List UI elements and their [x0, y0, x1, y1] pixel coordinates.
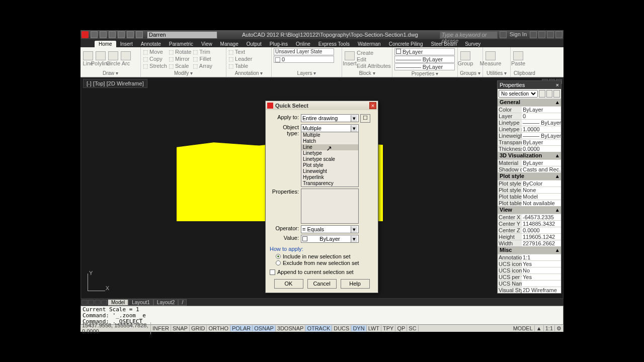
cancel-button[interactable]: Cancel: [307, 279, 337, 289]
layout-tab-model[interactable]: Model: [108, 299, 128, 306]
ribbon-tab-waterman[interactable]: Waterman: [354, 41, 385, 47]
ribbon-tab-plug-ins[interactable]: Plug-ins: [266, 41, 292, 47]
prop-row[interactable]: Plot style...None: [498, 187, 561, 193]
prop-row[interactable]: UCS per vi...Yes: [498, 274, 561, 280]
ribbon-tab-online[interactable]: Online: [292, 41, 314, 47]
prop-row[interactable]: Layer0: [498, 113, 561, 119]
radio-exclude[interactable]: Exclude from new selection set: [276, 260, 374, 266]
status-ducs-toggle[interactable]: DUCS: [332, 325, 351, 331]
objtype-option[interactable]: Linetype: [301, 150, 358, 156]
object-type-dropdown[interactable]: MultipleHatchLineLinetypeLinetype scaleP…: [301, 132, 359, 187]
help-search-input[interactable]: Type a keyword or phrase: [440, 31, 498, 39]
prop-row[interactable]: UCS icon ...No: [498, 267, 561, 274]
arc-button[interactable]: Arc: [120, 51, 131, 67]
apply-to-combo[interactable]: Entire drawing▾: [301, 114, 359, 122]
ribbon-tab-manage[interactable]: Manage: [216, 41, 243, 47]
prop-category-plot-style[interactable]: Plot style▴: [498, 172, 561, 180]
layer-combo[interactable]: 0: [274, 56, 334, 63]
prop-row[interactable]: Shadow d...Casts and Rec...: [498, 166, 561, 172]
prop-row[interactable]: Visual Style2D Wireframe: [498, 287, 561, 293]
stretch-button[interactable]: ⬚ Stretch: [143, 63, 167, 69]
objtype-option[interactable]: Linetype scale: [301, 156, 358, 162]
copy-button[interactable]: ⬚ Copy: [143, 56, 167, 62]
fillet-button[interactable]: ⬚ Fillet: [193, 56, 212, 62]
prop-category-3d-visualization[interactable]: 3D Visualization▴: [498, 152, 561, 159]
prop-row[interactable]: Plot styleByColor: [498, 180, 561, 187]
prop-row[interactable]: Center X-64573.2335: [498, 214, 561, 220]
radio-icon[interactable]: [276, 260, 281, 265]
minimize-icon[interactable]: [538, 31, 545, 38]
objtype-option[interactable]: Line: [301, 144, 358, 150]
prop-row[interactable]: Center Y114885.3432: [498, 220, 561, 227]
ribbon-tab-parametric[interactable]: Parametric: [165, 41, 197, 47]
layout-nav-first-icon[interactable]: [82, 300, 88, 305]
circle-button[interactable]: Circle: [108, 51, 119, 67]
selectobjects-icon[interactable]: [553, 90, 560, 98]
restore-icon[interactable]: [547, 31, 554, 38]
layer-state-combo[interactable]: Unsaved Layer State: [274, 48, 334, 55]
ribbon-tab-concrete-piling[interactable]: Concrete Piling: [385, 41, 427, 47]
select-objects-icon[interactable]: ☐: [360, 114, 370, 123]
signin-button[interactable]: Sign In: [508, 31, 528, 38]
status-lwt-toggle[interactable]: LWT: [367, 325, 381, 331]
prop-row[interactable]: Plot table...Not available: [498, 200, 561, 206]
properties-palette[interactable]: Properties× No selection General▴ColorBy…: [497, 80, 561, 294]
prop-row[interactable]: Transpare...ByLayer: [498, 139, 561, 145]
block-editattr-button[interactable]: Edit Attributes: [357, 63, 391, 69]
annoscale-icon[interactable]: ▲: [535, 325, 544, 331]
qat-open-icon[interactable]: [100, 31, 107, 38]
block-edit-button[interactable]: Edit: [357, 56, 391, 62]
value-combo[interactable]: ByLayer▾: [301, 235, 359, 243]
leader-button[interactable]: ⬚ Leader: [228, 56, 252, 62]
layout-tab-layout1[interactable]: Layout1: [128, 299, 153, 306]
dialog-close-icon[interactable]: ×: [369, 102, 376, 109]
radio-icon[interactable]: [276, 254, 281, 259]
help-button[interactable]: Help: [341, 279, 370, 289]
status-tpy-toggle[interactable]: TPY: [381, 325, 395, 331]
qat-undo-icon[interactable]: [118, 31, 125, 38]
polyline-button[interactable]: Polyline: [95, 51, 106, 67]
objtype-option[interactable]: Transparency: [301, 180, 358, 187]
exchange-icon[interactable]: [500, 31, 507, 38]
close-icon[interactable]: [555, 31, 562, 38]
objtype-option[interactable]: Hatch: [301, 138, 358, 144]
prop-row[interactable]: Linetype——— ByLayer: [498, 119, 561, 126]
prop-row[interactable]: UCS Name: [498, 280, 561, 287]
palette-close-icon[interactable]: ×: [556, 82, 559, 88]
ribbon-tab-survey[interactable]: Survey: [461, 41, 485, 47]
object-type-combo[interactable]: Multiple▾: [301, 124, 359, 132]
objtype-option[interactable]: Multiple: [301, 132, 358, 138]
layout-nav-last-icon[interactable]: [101, 300, 107, 305]
trim-button[interactable]: ⬚ Trim: [193, 49, 212, 55]
status-otrack-toggle[interactable]: OTRACK: [305, 325, 332, 331]
status-sc-toggle[interactable]: SC: [407, 325, 418, 331]
paste-button[interactable]: Paste: [513, 51, 524, 67]
prop-row[interactable]: Center Z0.0000: [498, 227, 561, 233]
mirror-button[interactable]: ⬚ Mirror: [169, 56, 191, 62]
measure-button[interactable]: Measure: [485, 51, 496, 67]
move-button[interactable]: ⬚ Move: [143, 49, 167, 55]
prop-row[interactable]: ColorByLayer: [498, 106, 561, 113]
operator-combo[interactable]: = Equals▾: [301, 225, 359, 233]
color-combo[interactable]: ByLayer: [394, 48, 455, 55]
text-button[interactable]: ⬚ Text: [228, 49, 252, 55]
command-line[interactable]: Current Scale = 1 Command: '_.zoom _e Co…: [80, 306, 564, 325]
ribbon-tab-express-tools[interactable]: Express Tools: [314, 41, 354, 47]
status-3dosnap-toggle[interactable]: 3DOSNAP: [276, 325, 306, 331]
layout-nav-prev-icon[interactable]: [88, 300, 94, 305]
status-tray-icon[interactable]: ⚙: [555, 325, 564, 332]
dialog-titlebar[interactable]: Quick Select ×: [266, 101, 378, 110]
prop-row[interactable]: Lineweight——— ByLayer: [498, 132, 561, 139]
table-button[interactable]: ⬚ Table: [228, 63, 252, 69]
qat-print-icon[interactable]: [136, 31, 143, 38]
linetype-combo[interactable]: ————— ByLayer: [394, 56, 455, 63]
rotate-button[interactable]: ⬚ Rotate: [169, 49, 191, 55]
prop-row[interactable]: Width227916.2662: [498, 240, 561, 246]
objtype-option[interactable]: Lineweight: [301, 168, 358, 174]
prop-row[interactable]: MaterialByLayer: [498, 159, 561, 166]
model-toggle[interactable]: MODEL: [512, 325, 535, 331]
prop-row[interactable]: Linetype s...1.0000: [498, 126, 561, 132]
prop-category-general[interactable]: General▴: [498, 99, 561, 106]
help-icon[interactable]: [530, 31, 537, 38]
prop-row[interactable]: Annotatio...1:1: [498, 254, 561, 260]
